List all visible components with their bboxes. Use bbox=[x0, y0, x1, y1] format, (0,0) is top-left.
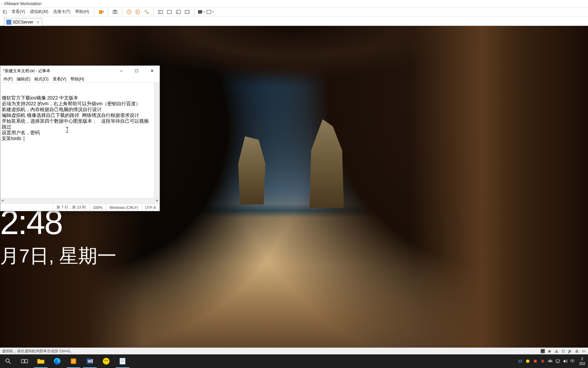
notepad-title-text: *新建文本文档.txt - 记事本 bbox=[3, 68, 114, 74]
search-button[interactable] bbox=[0, 354, 16, 368]
taskbar-right: 中 2 202 bbox=[517, 354, 588, 368]
notepad-textarea[interactable]: 微软官方下载ios镜像 2022 中文版本必须为支持2022 的vm，右上角帮助… bbox=[0, 83, 154, 198]
taskbar-clock[interactable]: 2 202 bbox=[576, 356, 588, 366]
np-menu-view[interactable]: 查看(V) bbox=[51, 76, 68, 83]
lockscreen-date: 月7日, 星期一 bbox=[0, 243, 116, 269]
svg-rect-7 bbox=[159, 10, 163, 14]
vm-tab-sdcserver[interactable]: SDCServer ✕ bbox=[4, 18, 42, 26]
fullscreen-icon[interactable] bbox=[183, 8, 191, 16]
tray-security-icon[interactable] bbox=[532, 354, 539, 368]
taskbar-notepad[interactable] bbox=[114, 354, 131, 368]
svg-rect-20 bbox=[72, 359, 75, 363]
svg-rect-28 bbox=[519, 360, 522, 362]
menu-help[interactable]: 帮助(H) bbox=[73, 8, 91, 16]
separator bbox=[194, 9, 194, 15]
vmware-menubar: E) 查看(V) 虚拟机(M) 选项卡(T) 帮助(H) ▮▮ >_ bbox=[0, 7, 588, 16]
svg-rect-9 bbox=[176, 10, 180, 14]
scrollbar-horizontal[interactable] bbox=[0, 198, 160, 203]
snapshot-manager-icon[interactable] bbox=[143, 8, 151, 16]
layout-split-icon[interactable] bbox=[157, 8, 165, 16]
device-icons: ⬛ ◉ 🖧 ⊡ 🔊 🖶 ▭ bbox=[540, 349, 586, 354]
close-button[interactable]: ✕ bbox=[144, 66, 160, 76]
notepad-menubar: 件(F) 编辑(E) 格式(O) 查看(V) 帮助(H) bbox=[0, 76, 160, 83]
svg-rect-16 bbox=[21, 359, 24, 363]
svg-rect-11 bbox=[185, 10, 189, 14]
scrollbar-vertical[interactable] bbox=[154, 83, 160, 198]
harddisk-icon[interactable]: ⬛ bbox=[540, 349, 545, 354]
vmware-statusbar: 虚拟机，请在虚拟机内部单击或按 Ctrl+G。 ⬛ ◉ 🖧 ⊡ 🔊 🖶 ▭ bbox=[0, 348, 588, 354]
usb-icon[interactable]: ⊡ bbox=[561, 349, 566, 354]
separator bbox=[122, 9, 122, 15]
notepad-body: 微软官方下载ios镜像 2022 中文版本必须为支持2022 的vm，右上角帮助… bbox=[0, 83, 160, 198]
taskbar-app-yellow[interactable] bbox=[98, 354, 114, 368]
revert-icon[interactable] bbox=[134, 8, 142, 16]
taskbar-explorer[interactable] bbox=[33, 354, 49, 368]
tray-app2-icon[interactable] bbox=[539, 354, 546, 368]
vmware-titlebar: - VMware Workstation bbox=[0, 0, 588, 7]
unity-button[interactable]: >_ bbox=[197, 8, 205, 16]
stretch-button[interactable] bbox=[206, 8, 214, 16]
maximize-button[interactable]: ☐ bbox=[129, 66, 144, 76]
status-zoom: 100% bbox=[89, 204, 106, 211]
notepad-titlebar[interactable]: *新建文本文档.txt - 记事本 ─ ☐ ✕ bbox=[0, 66, 160, 76]
tray-ime[interactable]: 中 bbox=[569, 354, 576, 368]
taskview-button[interactable] bbox=[16, 354, 33, 368]
separator bbox=[108, 9, 108, 15]
printer-icon[interactable]: 🖶 bbox=[574, 349, 579, 354]
svg-rect-23 bbox=[92, 359, 93, 363]
separator bbox=[94, 9, 94, 15]
menu-edit[interactable]: E) bbox=[1, 9, 9, 15]
svg-rect-10 bbox=[177, 12, 178, 13]
status-message: 虚拟机，请在虚拟机内部单击或按 Ctrl+G。 bbox=[2, 349, 540, 354]
vmware-title-text: - VMware Workstation bbox=[1, 1, 42, 6]
tray-volume-icon[interactable] bbox=[561, 354, 569, 368]
svg-rect-8 bbox=[167, 10, 172, 14]
wallpaper-cave-right bbox=[411, 26, 588, 368]
svg-point-4 bbox=[136, 10, 140, 14]
tray-onedrive-icon[interactable] bbox=[546, 354, 554, 368]
notepad-window[interactable]: *新建文本文档.txt - 记事本 ─ ☐ ✕ 件(F) 编辑(E) 格式(O)… bbox=[0, 65, 160, 211]
cdrom-icon[interactable]: ◉ bbox=[547, 349, 552, 354]
taskbar-edge[interactable] bbox=[49, 354, 65, 368]
svg-point-15 bbox=[6, 359, 9, 362]
tray-network-icon[interactable] bbox=[554, 354, 561, 368]
taskbar-vmware[interactable] bbox=[65, 354, 82, 368]
close-icon[interactable]: ✕ bbox=[36, 20, 39, 25]
np-menu-format[interactable]: 格式(O) bbox=[33, 76, 50, 83]
svg-point-24 bbox=[103, 358, 110, 365]
status-spacer bbox=[0, 204, 53, 211]
np-menu-edit[interactable]: 编辑(E) bbox=[15, 76, 32, 83]
vm-tab-label: SDCServer bbox=[13, 20, 33, 25]
tray-chevron-icon[interactable] bbox=[517, 354, 524, 368]
text-caret-pointer bbox=[67, 127, 67, 133]
np-menu-file[interactable]: 件(F) bbox=[2, 76, 14, 83]
snapshot-icon[interactable] bbox=[125, 8, 133, 16]
menu-view[interactable]: 查看(V) bbox=[10, 8, 27, 16]
layout-single-icon[interactable] bbox=[165, 8, 174, 16]
display-icon[interactable]: ▭ bbox=[581, 349, 586, 354]
pause-button[interactable]: ▮▮ bbox=[97, 8, 105, 16]
svg-rect-31 bbox=[541, 360, 544, 363]
vm-icon bbox=[6, 20, 11, 25]
svg-rect-1 bbox=[114, 10, 116, 11]
taskbar-word[interactable]: W bbox=[82, 354, 98, 368]
status-encoding: UTF-8 bbox=[142, 204, 160, 211]
minimize-button[interactable]: ─ bbox=[114, 66, 129, 76]
tray-app-icon[interactable] bbox=[524, 354, 532, 368]
svg-point-2 bbox=[114, 11, 116, 13]
separator bbox=[153, 9, 154, 15]
status-position: 第 7 行，第 13 列 bbox=[53, 204, 89, 211]
svg-rect-32 bbox=[556, 360, 559, 362]
menu-tabs[interactable]: 选项卡(T) bbox=[51, 8, 72, 16]
layout-thumbnail-icon[interactable] bbox=[174, 8, 182, 16]
sound-icon[interactable]: 🔊 bbox=[568, 349, 572, 354]
svg-point-26 bbox=[107, 360, 108, 361]
vmware-tabstrip: SDCServer ✕ bbox=[0, 16, 588, 26]
network-icon[interactable]: 🖧 bbox=[554, 349, 559, 354]
svg-rect-14 bbox=[207, 10, 211, 14]
np-menu-help[interactable]: 帮助(H) bbox=[69, 76, 86, 83]
menu-vm[interactable]: 虚拟机(M) bbox=[28, 8, 50, 16]
snapshot-button[interactable] bbox=[111, 8, 119, 16]
windows-taskbar: W 中 2 202 bbox=[0, 354, 588, 368]
notepad-statusbar: 第 7 行，第 13 列 100% Windows (CRLF) UTF-8 bbox=[0, 203, 160, 211]
